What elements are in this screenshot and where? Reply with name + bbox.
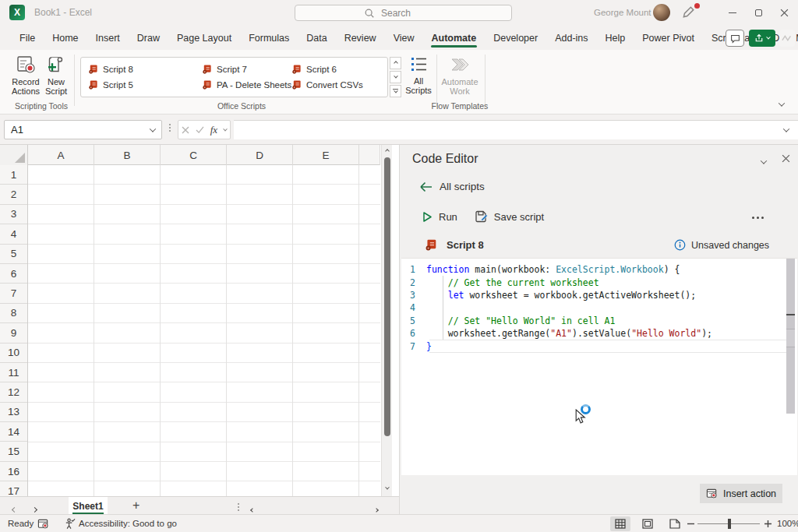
search-input[interactable]: Search xyxy=(295,5,512,21)
new-script-button[interactable]: New Script xyxy=(41,55,72,104)
row-header[interactable]: 4 xyxy=(0,224,27,244)
tab-data[interactable]: Data xyxy=(298,26,335,50)
tab-page-layout[interactable]: Page Layout xyxy=(168,26,240,50)
hscroll-left-icon[interactable] xyxy=(251,503,254,514)
name-box[interactable]: A1 xyxy=(4,120,162,139)
maximize-button[interactable] xyxy=(747,0,770,26)
row-header[interactable]: 17 xyxy=(0,481,27,496)
zoom-level[interactable]: 100% xyxy=(777,519,798,528)
back-to-all-scripts[interactable]: All scripts xyxy=(419,181,485,192)
enter-icon[interactable] xyxy=(196,126,204,133)
gallery-scroll-down-button[interactable] xyxy=(390,71,401,83)
run-button[interactable]: Run xyxy=(439,211,457,223)
insert-function-icon[interactable]: fx xyxy=(210,124,217,136)
horizontal-scrollbar[interactable] xyxy=(260,503,373,509)
normal-view-button[interactable] xyxy=(610,516,630,531)
column-header-d[interactable]: D xyxy=(227,145,293,165)
zoom-slider-thumb[interactable] xyxy=(728,519,731,529)
all-scripts-button[interactable]: All Scripts xyxy=(403,55,434,104)
row-header[interactable]: 5 xyxy=(0,245,27,264)
macro-record-icon[interactable] xyxy=(37,518,49,530)
gallery-script-7[interactable]: Script 7 xyxy=(202,64,247,74)
row-header[interactable]: 13 xyxy=(0,403,27,422)
chevron-down-icon[interactable] xyxy=(223,126,228,131)
editor-overview-ruler[interactable] xyxy=(786,259,795,414)
vertical-scrollbar[interactable] xyxy=(381,145,392,496)
save-icon[interactable] xyxy=(475,210,488,223)
new-sheet-button[interactable]: + xyxy=(132,499,139,513)
accessibility-icon[interactable] xyxy=(64,518,76,530)
row-header[interactable]: 16 xyxy=(0,462,27,481)
gallery-script-6[interactable]: Script 6 xyxy=(291,64,337,74)
tab-file[interactable]: File xyxy=(11,26,44,50)
column-header-a[interactable]: A xyxy=(28,145,94,165)
column-header-e[interactable]: E xyxy=(293,145,359,165)
tab-power-pivot[interactable]: Power Pivot xyxy=(634,26,703,50)
zoom-out-button[interactable] xyxy=(687,523,694,525)
row-header[interactable]: 7 xyxy=(0,284,27,303)
more-options-button[interactable] xyxy=(752,217,764,219)
gallery-more-button[interactable] xyxy=(390,85,401,97)
code-line[interactable]: 7 } xyxy=(401,340,797,352)
gallery-convert-csvs[interactable]: Convert CSVs xyxy=(291,79,363,90)
collapse-panel-button[interactable] xyxy=(761,156,766,167)
row-header[interactable]: 3 xyxy=(0,205,27,224)
scrollbar-thumb[interactable] xyxy=(384,157,390,436)
insert-action-button[interactable]: Insert action xyxy=(700,484,782,503)
close-panel-button[interactable] xyxy=(782,154,790,163)
code-line[interactable]: 4 xyxy=(401,301,797,314)
row-header[interactable]: 14 xyxy=(0,422,27,442)
scroll-up-icon[interactable] xyxy=(382,146,393,157)
share-button[interactable] xyxy=(749,30,775,47)
close-button[interactable] xyxy=(772,0,796,26)
ink-pen-icon[interactable] xyxy=(681,5,698,19)
row-header[interactable]: 2 xyxy=(0,185,27,204)
previous-sheet-button[interactable] xyxy=(12,503,16,514)
code-line[interactable]: 5 // Set "Hello World" in cell A1 xyxy=(401,315,797,327)
column-header-b[interactable]: B xyxy=(94,145,161,165)
gallery-scroll-up-button[interactable] xyxy=(390,57,401,69)
row-header[interactable]: 1 xyxy=(0,165,27,185)
row-header[interactable]: 10 xyxy=(0,344,27,363)
cancel-icon[interactable] xyxy=(182,126,189,134)
tab-formulas[interactable]: Formulas xyxy=(240,26,298,50)
column-header-c[interactable]: C xyxy=(161,145,227,165)
comments-button[interactable] xyxy=(726,30,744,47)
gallery-script-8[interactable]: Script 8 xyxy=(88,64,133,74)
save-script-button[interactable]: Save script xyxy=(494,211,544,223)
formula-input[interactable] xyxy=(234,120,798,139)
column-header-partial[interactable] xyxy=(359,145,380,165)
tab-view[interactable]: View xyxy=(385,26,423,50)
select-all-button[interactable] xyxy=(0,145,28,165)
row-header[interactable]: 6 xyxy=(0,264,27,284)
row-header[interactable]: 15 xyxy=(0,442,27,461)
tab-add-ins[interactable]: Add-ins xyxy=(546,26,596,50)
chevron-down-icon[interactable] xyxy=(150,125,156,132)
gallery-script-5[interactable]: Script 5 xyxy=(88,79,133,90)
row-header[interactable]: 11 xyxy=(0,363,27,382)
tab-developer[interactable]: Developer xyxy=(485,26,546,50)
record-actions-button[interactable]: Record Actions xyxy=(10,55,41,104)
code-line[interactable]: 6 worksheet.getRange("A1").setValue("Hel… xyxy=(401,327,797,340)
tab-draw[interactable]: Draw xyxy=(129,26,168,50)
collapse-ribbon-button[interactable] xyxy=(779,98,784,109)
hscroll-right-icon[interactable] xyxy=(375,503,378,514)
run-icon[interactable] xyxy=(422,211,433,223)
accessibility-status[interactable]: Accessibility: Good to go xyxy=(79,519,177,528)
tabbar-splitter[interactable] xyxy=(238,503,239,511)
code-line[interactable]: 1 function main(workbook: ExcelScript.Wo… xyxy=(401,263,797,276)
row-header[interactable]: 9 xyxy=(0,323,27,343)
sheet-tab-sheet1[interactable]: Sheet1 xyxy=(69,497,108,515)
zoom-in-button[interactable] xyxy=(764,520,772,527)
gallery-pa-delete-sheets[interactable]: PA - Delete Sheets xyxy=(202,79,291,90)
activity-button[interactable] xyxy=(779,30,795,47)
page-layout-view-button[interactable] xyxy=(637,516,658,531)
code-line[interactable]: 2 // Get the current worksheet xyxy=(401,276,797,288)
page-break-preview-button[interactable] xyxy=(665,516,685,531)
code-editor-area[interactable]: 1 function main(workbook: ExcelScript.Wo… xyxy=(401,258,797,475)
code-line[interactable]: 3 let worksheet = workbook.getActiveWork… xyxy=(401,289,797,301)
avatar[interactable] xyxy=(653,4,670,21)
tab-home[interactable]: Home xyxy=(44,26,87,50)
tab-help[interactable]: Help xyxy=(597,26,634,50)
formula-bar-splitter[interactable] xyxy=(169,124,171,132)
